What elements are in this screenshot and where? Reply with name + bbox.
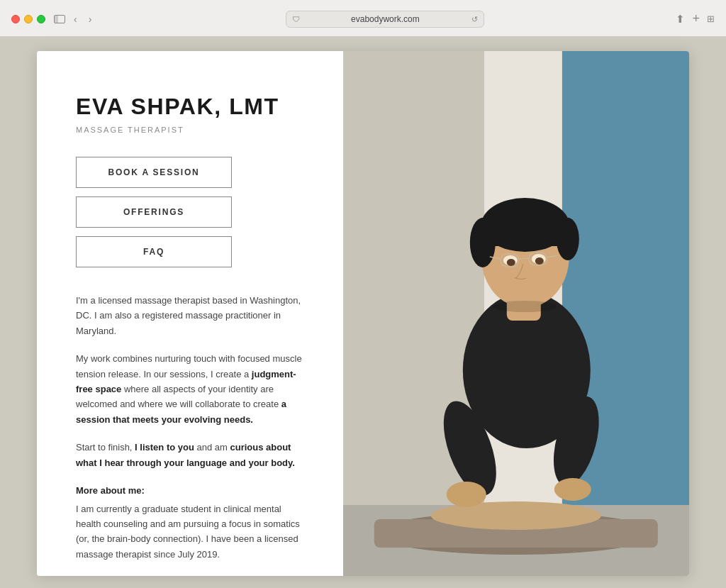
back-button[interactable]: ‹	[71, 12, 80, 26]
browser-controls: ‹ ›	[54, 12, 94, 26]
page-wrapper: EVA SHPAK, LMT MASSAGE THERAPIST BOOK A …	[37, 51, 689, 576]
page-title: EVA SHPAK, LMT	[76, 94, 304, 120]
browser-content: EVA SHPAK, LMT MASSAGE THERAPIST BOOK A …	[0, 37, 726, 588]
browser-actions: ⬆ + ⊞	[676, 11, 715, 26]
url-bar-container: 🛡 evabodywork.com ↺	[103, 11, 667, 28]
paragraph-4: More about me: I am currently a graduate…	[76, 483, 304, 562]
svg-point-22	[535, 257, 544, 265]
paragraph-3: Start to finish, I listen to you and am …	[76, 440, 304, 470]
right-panel	[343, 51, 689, 576]
hero-photo	[343, 51, 689, 576]
shield-icon: 🛡	[292, 15, 300, 23]
url-text: evabodywork.com	[351, 14, 420, 24]
paragraph-2: My work combines nurturing touch with fo…	[76, 351, 304, 427]
svg-point-21	[507, 259, 515, 266]
body-text: I'm a licensed massage therapist based i…	[76, 293, 304, 562]
url-bar[interactable]: 🛡 evabodywork.com ↺	[286, 11, 484, 28]
close-button[interactable]	[11, 15, 20, 23]
minimize-button[interactable]	[24, 15, 33, 23]
refresh-icon[interactable]: ↺	[471, 14, 478, 23]
svg-line-25	[519, 258, 529, 259]
page-subtitle: MASSAGE THERAPIST	[76, 126, 304, 134]
traffic-lights	[11, 15, 45, 23]
photo-bg	[343, 51, 689, 576]
faq-button[interactable]: FAQ	[76, 236, 232, 267]
tabs-icon[interactable]: ⊞	[707, 13, 715, 24]
share-icon[interactable]: ⬆	[676, 13, 685, 26]
svg-point-17	[470, 218, 496, 267]
forward-button[interactable]: ›	[86, 12, 95, 26]
left-panel: EVA SHPAK, LMT MASSAGE THERAPIST BOOK A …	[37, 51, 343, 576]
browser-chrome: ‹ › 🛡 evabodywork.com ↺ ⬆ + ⊞	[0, 0, 726, 37]
nav-buttons: BOOK A SESSION OFFERINGS FAQ	[76, 157, 304, 267]
svg-point-28	[493, 301, 557, 312]
maximize-button[interactable]	[37, 15, 45, 23]
book-session-button[interactable]: BOOK A SESSION	[76, 157, 232, 188]
new-tab-icon[interactable]: +	[692, 11, 700, 26]
svg-point-18	[557, 218, 579, 260]
sidebar-toggle[interactable]	[54, 15, 65, 23]
svg-point-7	[431, 501, 601, 530]
paragraph-1: I'm a licensed massage therapist based i…	[76, 293, 304, 338]
offerings-button[interactable]: OFFERINGS	[76, 196, 232, 228]
svg-point-11	[447, 482, 486, 507]
svg-point-12	[554, 478, 591, 501]
